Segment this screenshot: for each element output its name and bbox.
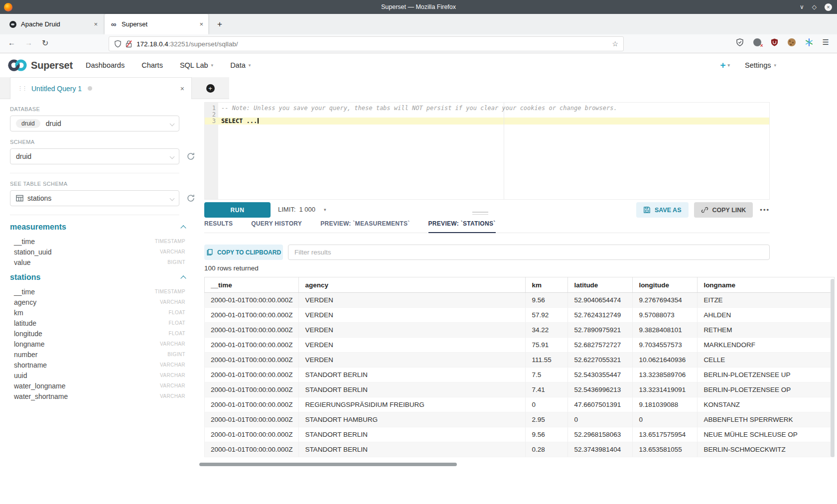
copy-to-clipboard-button[interactable]: COPY TO CLIPBOARD — [204, 245, 283, 260]
column-type: VARCHAR — [160, 383, 185, 388]
menu-icon[interactable]: ☰ — [823, 38, 829, 47]
clipboard-icon — [206, 249, 213, 256]
new-tab-button[interactable]: + — [213, 18, 226, 31]
cookie-icon[interactable] — [788, 38, 796, 46]
window-close-icon[interactable]: × — [825, 3, 832, 11]
add-query-tab-button[interactable]: + — [192, 77, 229, 99]
column-type: FLOAT — [169, 331, 185, 336]
chevron-down-icon: ▾ — [324, 207, 326, 212]
cell-longname: RETHEM — [698, 323, 835, 338]
cell-longitude: 9.2767694354 — [633, 293, 698, 308]
copy-link-button[interactable]: COPY LINK — [694, 202, 753, 218]
query-tab-untitled[interactable]: ⋮⋮ Untitled Query 1 × — [10, 77, 192, 99]
table-row: 2000-01-01T00:00:00.000Z STANDORT HAMBUR… — [205, 412, 835, 427]
browser-tab-title: Apache Druid — [21, 20, 60, 28]
chevron-up-icon[interactable] — [180, 275, 186, 281]
browser-tab-apache-druid[interactable]: Apache Druid × — [4, 14, 103, 34]
limit-dropdown[interactable]: LIMIT: 1 000 ▾ — [278, 206, 326, 213]
cell-longitude: 0 — [633, 412, 698, 427]
extension-asterisk-icon[interactable] — [805, 38, 813, 46]
column-type: VARCHAR — [160, 299, 185, 305]
cell-time: 2000-01-01T00:00:00.000Z — [205, 308, 299, 323]
database-select[interactable]: druid druid — [10, 116, 179, 131]
sql-editor[interactable]: 1 2 3 -- Note: Unless you save your quer… — [204, 102, 770, 200]
url-bar[interactable]: 172.18.0.4:32251/superset/sqllab/ ☆ — [109, 36, 624, 51]
cell-km: 75.91 — [526, 338, 568, 353]
column-type: BIGINT — [167, 259, 185, 265]
tab-preview-measurements[interactable]: PREVIEW: `MEASUREMENTS` — [320, 220, 410, 233]
extension-mask-icon[interactable] — [753, 38, 761, 46]
column-name: water_shortname — [14, 392, 68, 400]
schema-select[interactable]: druid — [10, 148, 179, 164]
schema-column-row: water_shortname VARCHAR — [10, 391, 185, 401]
table-schema-label: SEE TABLE SCHEMA — [10, 181, 199, 187]
nav-data[interactable]: Data▾ — [230, 61, 251, 69]
cell-km: 0.28 — [526, 442, 568, 457]
cell-time: 2000-01-01T00:00:00.000Z — [205, 293, 299, 308]
cell-longitude: 13.6517575954 — [633, 427, 698, 442]
query-tab-strip: ⋮⋮ Untitled Query 1 × + — [0, 77, 837, 99]
copy-to-clipboard-label: COPY TO CLIPBOARD — [217, 249, 281, 256]
bookmark-star-icon[interactable]: ☆ — [612, 40, 618, 48]
refresh-table-icon[interactable] — [186, 194, 195, 203]
url-path: :32251/superset/sqllab/ — [168, 40, 238, 48]
col-header-longname[interactable]: longname — [698, 277, 835, 293]
cell-longitude: 13.3231419091 — [633, 382, 698, 397]
tab-close-icon[interactable]: × — [194, 20, 203, 28]
refresh-schema-icon[interactable] — [186, 152, 195, 161]
measurements-table-header[interactable]: measurements — [10, 223, 185, 232]
col-header-agency[interactable]: agency — [299, 277, 526, 293]
ublock-icon[interactable] — [771, 38, 778, 46]
forward-icon[interactable]: → — [25, 38, 32, 47]
col-header-latitude[interactable]: latitude — [568, 277, 633, 293]
chevron-up-icon[interactable] — [180, 225, 186, 231]
run-button[interactable]: RUN — [204, 202, 271, 218]
col-header-time[interactable]: __time — [205, 277, 299, 293]
back-icon[interactable]: ← — [8, 38, 15, 47]
stations-table-header[interactable]: stations — [10, 273, 185, 282]
active-line-highlight — [205, 118, 769, 125]
extension-shield-icon[interactable] — [736, 38, 744, 46]
drag-handle-icon[interactable]: ⋮⋮ — [17, 85, 26, 92]
column-name: km — [14, 309, 23, 317]
insecure-lock-icon[interactable] — [126, 40, 132, 48]
window-maximize-icon[interactable]: ◇ — [812, 3, 817, 10]
cell-km: 2.95 — [526, 412, 568, 427]
column-type: FLOAT — [169, 320, 185, 326]
settings-menu[interactable]: Settings▾ — [745, 61, 776, 69]
tab-close-icon[interactable]: × — [89, 20, 98, 28]
reload-icon[interactable]: ↻ — [42, 38, 48, 48]
superset-infinity-icon — [6, 58, 29, 73]
panel-resize-handle[interactable] — [472, 212, 488, 216]
cell-time: 2000-01-01T00:00:00.000Z — [205, 442, 299, 457]
nav-sql-lab[interactable]: SQL Lab▾ — [180, 61, 213, 69]
cell-latitude: 52.9040654474 — [568, 293, 633, 308]
cell-agency: VERDEN — [299, 323, 526, 338]
browser-tab-superset[interactable]: ∞ Superset × — [105, 14, 208, 34]
tracking-shield-icon[interactable] — [114, 40, 122, 48]
column-name: agency — [14, 298, 36, 306]
nav-charts[interactable]: Charts — [141, 61, 163, 69]
col-header-longitude[interactable]: longitude — [633, 277, 698, 293]
table-select[interactable]: stations — [10, 190, 179, 206]
more-options-button[interactable]: ••• — [760, 206, 770, 214]
nav-dashboards[interactable]: Dashboards — [86, 61, 125, 69]
cell-km: 111.55 — [526, 353, 568, 368]
column-type: VARCHAR — [160, 249, 185, 254]
tab-results[interactable]: RESULTS — [204, 220, 233, 233]
window-minimize-icon[interactable]: ∨ — [800, 3, 804, 10]
schema-column-row: shortname VARCHAR — [10, 360, 185, 370]
horizontal-scrollbar[interactable] — [199, 463, 457, 466]
database-type-pill: druid — [16, 119, 40, 128]
save-as-button[interactable]: SAVE AS — [636, 202, 689, 218]
filter-results-input[interactable] — [288, 245, 770, 260]
tab-query-history[interactable]: QUERY HISTORY — [251, 220, 302, 233]
query-tab-close-icon[interactable]: × — [180, 85, 184, 93]
vertical-scrollbar[interactable] — [831, 279, 835, 457]
cell-longname: NEUE MÜHLE SCHLEUSE OP — [698, 427, 835, 442]
superset-logo[interactable]: Superset — [6, 58, 73, 73]
add-new-button[interactable]: +▾ — [720, 60, 730, 71]
schema-column-row: __time TIMESTAMP — [10, 286, 185, 297]
tab-preview-stations[interactable]: PREVIEW: `STATIONS` — [428, 220, 496, 233]
col-header-km[interactable]: km — [526, 277, 568, 293]
